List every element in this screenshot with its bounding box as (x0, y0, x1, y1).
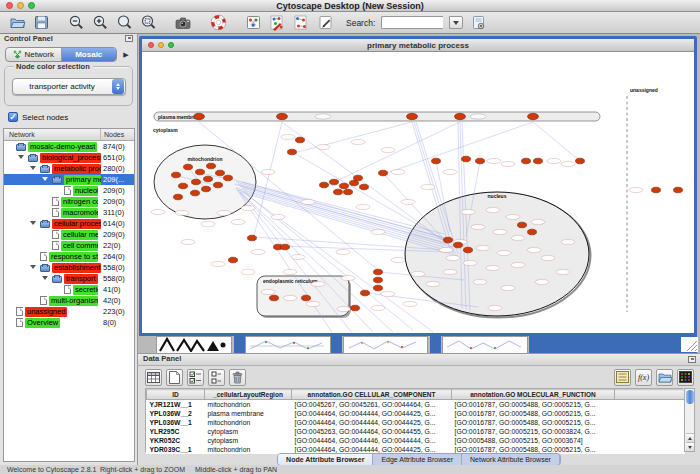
tree-row-label[interactable]: unassigned (25, 307, 67, 317)
table-cell[interactable]: YLR295C (147, 427, 205, 436)
table-column-header[interactable] (615, 390, 685, 400)
table-cell[interactable]: [GO:0016787, GO:0005488, GO:0005215, G..… (452, 400, 615, 409)
tab-mosaic[interactable]: Mosaic (62, 48, 117, 61)
tree-row-label[interactable]: nitrogen compo (61, 197, 98, 207)
table-cell[interactable] (615, 436, 685, 445)
background-window-thumbnail[interactable] (343, 336, 428, 353)
tree-row[interactable]: nitrogen compo209(0) (4, 196, 134, 207)
tree-row[interactable]: metabolic process280(0) (4, 163, 134, 174)
search-dropdown-button[interactable] (449, 16, 463, 29)
table-column-header[interactable]: ID (147, 390, 205, 400)
background-window-edge[interactable] (234, 336, 245, 353)
disclosure-triangle-icon[interactable] (30, 221, 36, 225)
float-panel-icon[interactable] (125, 35, 133, 42)
tree-row-label[interactable]: cellular metabo (61, 230, 98, 240)
layout-a-icon[interactable] (268, 14, 286, 32)
select-nodes-checkbox[interactable]: ✓ (8, 112, 18, 122)
disclosure-triangle-icon[interactable] (30, 265, 36, 269)
table-cell[interactable]: [GO:0044464, GO:0044444, GO:0044425, G..… (292, 418, 452, 427)
table-cell[interactable]: YPL036W__1 (147, 418, 205, 427)
select-attributes-icon[interactable] (187, 369, 204, 386)
annotation-icon[interactable] (316, 14, 334, 32)
table-cell[interactable]: [GO:0045267, GO:0045261, GO:0044464, G..… (292, 400, 452, 409)
table-column-header[interactable]: _cellularLayoutRegion (205, 390, 292, 400)
tree-row[interactable]: Overview8(0) (4, 317, 134, 328)
background-window-edge[interactable] (331, 336, 342, 353)
node-color-dropdown[interactable]: transporter activity (12, 78, 126, 95)
tree-row-label[interactable]: response to stimulu (49, 252, 98, 262)
table-cell[interactable]: [GO:0044464, GO:0044444, GO:0044425, G..… (292, 409, 452, 418)
table-cell[interactable]: mitochondrion (205, 418, 292, 427)
tree-row[interactable]: macromolecule311(0) (4, 207, 134, 218)
table-cell[interactable]: plasma membrane (205, 409, 292, 418)
tree-row-label[interactable]: secretion (73, 285, 98, 295)
zoom-in-icon[interactable] (91, 14, 109, 32)
tab-edge-attribute-browser[interactable]: Edge Attribute Browser (373, 454, 462, 465)
snapshot-icon[interactable] (174, 14, 192, 32)
table-cell[interactable] (615, 427, 685, 436)
network-canvas[interactable]: plasma membranecytoplasmendoplasmic reti… (142, 52, 694, 333)
table-cell[interactable]: [GO:0005488, GO:0005215, GO:0003674] (452, 436, 615, 445)
table-row[interactable]: YKR052Ccytoplasm[GO:0044464, GO:0044446,… (147, 436, 685, 445)
table-cell[interactable] (615, 418, 685, 427)
background-window-thumbnail[interactable] (156, 336, 232, 353)
tab-overflow-arrow[interactable]: ▶ (121, 50, 131, 60)
delete-attribute-icon[interactable] (229, 369, 246, 386)
tab-node-attribute-browser[interactable]: Node Attribute Browser (278, 454, 373, 465)
scroll-down-icon[interactable] (686, 442, 694, 451)
table-column-header[interactable]: annotation.GO CELLULAR_COMPONENT (292, 390, 452, 400)
tree-row-label[interactable]: metabolic process (52, 164, 101, 174)
tree-row[interactable]: transport558(0) (4, 273, 134, 284)
tree-row[interactable]: unassigned223(0) (4, 306, 134, 317)
table-cell[interactable]: [GO:0044464, GO:0044446, GO:0044444, G..… (292, 436, 452, 445)
tree-row[interactable]: cell communicat22(0) (4, 240, 134, 251)
table-cell[interactable]: [GO:0016787, GO:0005488, GO:0005215, G..… (452, 409, 615, 418)
tree-row-label[interactable]: multi-organism pro (49, 296, 98, 306)
tree-row[interactable]: multi-organism pro42(0) (4, 295, 134, 306)
table-cell[interactable]: [GO:0016787, GO:0005215, GO:0003824, G..… (452, 427, 615, 436)
tree-row[interactable]: response to stimulu264(0) (4, 251, 134, 262)
tree-row[interactable]: mosaic-demo-yeast874(0) (4, 141, 134, 152)
table-cell[interactable] (615, 409, 685, 418)
save-icon[interactable] (32, 14, 50, 32)
table-scrollbar[interactable] (684, 388, 695, 452)
tree-row[interactable]: nucleobase-209(0) (4, 185, 134, 196)
tree-row-label[interactable]: biological_process (40, 153, 101, 163)
attribute-table[interactable]: ID_cellularLayoutRegionannotation.GO CEL… (146, 389, 685, 454)
tab-network[interactable]: Network (6, 48, 62, 61)
table-cell[interactable]: [GO:0016787, GO:0005488, GO:0005215, G..… (452, 418, 615, 427)
search-report-icon[interactable] (469, 14, 487, 32)
tree-row-label[interactable]: establishment of lo (52, 263, 101, 273)
tree-row[interactable]: biological_process651(0) (4, 152, 134, 163)
layout-b-icon[interactable] (292, 14, 310, 32)
scrollbar-thumb[interactable] (686, 390, 694, 404)
background-window-thumbnail[interactable] (245, 336, 331, 353)
attribute-matrix-icon[interactable] (677, 369, 694, 386)
scroll-up-icon[interactable] (686, 433, 694, 442)
open-icon[interactable] (8, 14, 26, 32)
tree-row[interactable]: cellular process614(0) (4, 218, 134, 229)
tree-row-label[interactable]: cellular process (52, 219, 101, 229)
overview-icon[interactable] (244, 14, 262, 32)
tree-row-label[interactable]: transport (64, 274, 98, 284)
zoom-selected-icon[interactable] (115, 14, 133, 32)
disclosure-triangle-icon[interactable] (30, 166, 36, 170)
tree-row-label[interactable]: mosaic-demo-yeast (28, 142, 97, 152)
background-window-edge[interactable] (430, 336, 441, 353)
table-row[interactable]: YLR295Ccytoplasm[GO:0045263, GO:0044464,… (147, 427, 685, 436)
network-graph[interactable]: plasma membranecytoplasmendoplasmic reti… (148, 82, 692, 333)
unselect-attributes-icon[interactable] (208, 369, 225, 386)
disclosure-triangle-icon[interactable] (42, 276, 48, 280)
background-window-thumbnail[interactable] (442, 336, 528, 353)
tree-row[interactable]: secretion41(0) (4, 284, 134, 295)
table-row[interactable]: YPL036W__1mitochondrion[GO:0044464, GO:0… (147, 418, 685, 427)
import-attributes-icon[interactable] (656, 369, 673, 386)
table-column-header[interactable]: annotation.GO MOLECULAR_FUNCTION (452, 390, 615, 400)
tree-row-label[interactable]: primary metabo (64, 175, 101, 185)
function-builder-icon[interactable]: f(x) (635, 369, 652, 386)
search-input[interactable] (381, 16, 443, 29)
new-attribute-icon[interactable] (166, 369, 183, 386)
table-icon[interactable] (145, 369, 162, 386)
disclosure-triangle-icon[interactable] (42, 177, 48, 181)
table-cell[interactable] (615, 400, 685, 409)
